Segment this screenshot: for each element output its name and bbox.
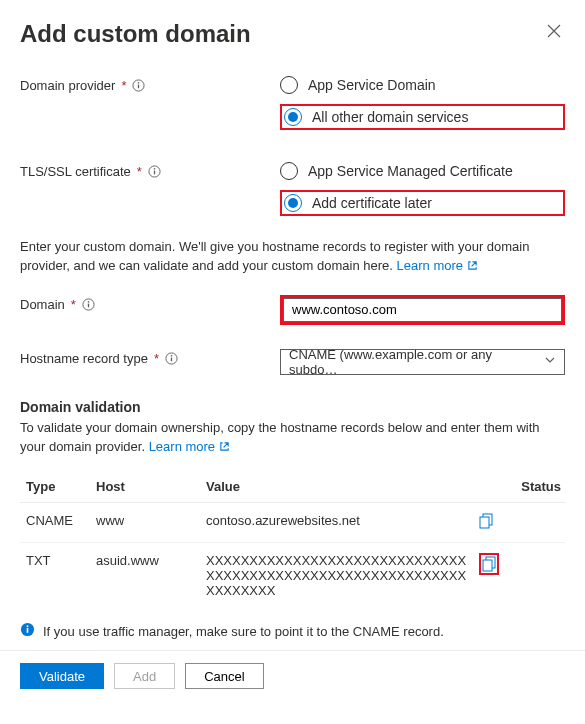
info-icon[interactable]: [82, 298, 95, 311]
domain-provider-label: Domain provider: [20, 78, 115, 93]
svg-rect-2: [138, 85, 139, 89]
add-button: Add: [114, 663, 175, 689]
required-asterisk: *: [154, 351, 159, 366]
cell-status: [505, 543, 565, 609]
radio-label: All other domain services: [312, 109, 468, 125]
radio-label: Add certificate later: [312, 195, 432, 211]
cancel-button[interactable]: Cancel: [185, 663, 263, 689]
required-asterisk: *: [71, 297, 76, 312]
radio-icon: [280, 162, 298, 180]
copy-button[interactable]: [479, 513, 493, 529]
col-copy: [473, 471, 505, 503]
cell-value: XXXXXXXXXXXXXXXXXXXXXXXXXXXXXXXXXXXXXXXX…: [200, 543, 473, 609]
radio-icon: [284, 108, 302, 126]
domain-validation-heading: Domain validation: [20, 399, 565, 415]
close-button[interactable]: [543, 20, 565, 42]
svg-point-10: [171, 355, 173, 357]
svg-rect-5: [154, 171, 155, 175]
traffic-manager-note: If you use traffic manager, make sure to…: [43, 624, 444, 639]
external-link-icon: [467, 258, 478, 277]
radio-all-other-domain-services[interactable]: All other domain services: [284, 108, 468, 126]
radio-app-service-domain[interactable]: App Service Domain: [280, 76, 565, 94]
domain-label: Domain: [20, 297, 65, 312]
select-value: CNAME (www.example.com or any subdo…: [289, 347, 544, 377]
cell-status: [505, 503, 565, 543]
close-icon: [547, 24, 561, 38]
svg-point-4: [154, 168, 156, 170]
col-type: Type: [20, 471, 90, 503]
radio-icon: [284, 194, 302, 212]
info-icon: [20, 622, 35, 640]
svg-rect-13: [480, 517, 489, 528]
radio-label: App Service Managed Certificate: [308, 163, 513, 179]
svg-point-17: [27, 626, 29, 628]
table-row: CNAME www contoso.azurewebsites.net: [20, 503, 565, 543]
radio-add-certificate-later[interactable]: Add certificate later: [284, 194, 432, 212]
copy-icon: [482, 556, 496, 572]
required-asterisk: *: [137, 164, 142, 179]
page-title: Add custom domain: [20, 20, 251, 48]
radio-icon: [280, 76, 298, 94]
col-value: Value: [200, 471, 473, 503]
col-host: Host: [90, 471, 200, 503]
required-asterisk: *: [121, 78, 126, 93]
hostname-record-type-label: Hostname record type: [20, 351, 148, 366]
domain-input[interactable]: [283, 298, 562, 322]
svg-rect-8: [88, 303, 89, 307]
validation-text-body: To validate your domain ownership, copy …: [20, 420, 540, 454]
cell-host: asuid.www: [90, 543, 200, 609]
svg-point-7: [88, 301, 90, 303]
copy-icon: [479, 513, 493, 529]
intro-text: Enter your custom domain. We'll give you…: [20, 238, 565, 277]
cell-type: CNAME: [20, 503, 90, 543]
domain-validation-text: To validate your domain ownership, copy …: [20, 419, 565, 458]
learn-more-link[interactable]: Learn more: [397, 258, 478, 273]
svg-rect-11: [171, 357, 172, 361]
tls-certificate-label: TLS/SSL certificate: [20, 164, 131, 179]
col-status: Status: [505, 471, 565, 503]
hostname-records-table: Type Host Value Status CNAME www contoso…: [20, 471, 565, 608]
info-icon[interactable]: [165, 352, 178, 365]
copy-button[interactable]: [479, 553, 499, 575]
hostname-record-type-select[interactable]: CNAME (www.example.com or any subdo…: [280, 349, 565, 375]
svg-rect-15: [483, 560, 492, 571]
learn-more-link[interactable]: Learn more: [149, 439, 230, 454]
chevron-down-icon: [544, 354, 556, 369]
cell-host: www: [90, 503, 200, 543]
svg-point-1: [138, 82, 140, 84]
info-icon[interactable]: [132, 79, 145, 92]
cell-type: TXT: [20, 543, 90, 609]
external-link-icon: [219, 439, 230, 458]
radio-label: App Service Domain: [308, 77, 436, 93]
table-row: TXT asuid.www XXXXXXXXXXXXXXXXXXXXXXXXXX…: [20, 543, 565, 609]
svg-rect-18: [27, 628, 29, 633]
radio-app-service-managed-certificate[interactable]: App Service Managed Certificate: [280, 162, 565, 180]
info-icon[interactable]: [148, 165, 161, 178]
validate-button[interactable]: Validate: [20, 663, 104, 689]
cell-value: contoso.azurewebsites.net: [200, 503, 473, 543]
